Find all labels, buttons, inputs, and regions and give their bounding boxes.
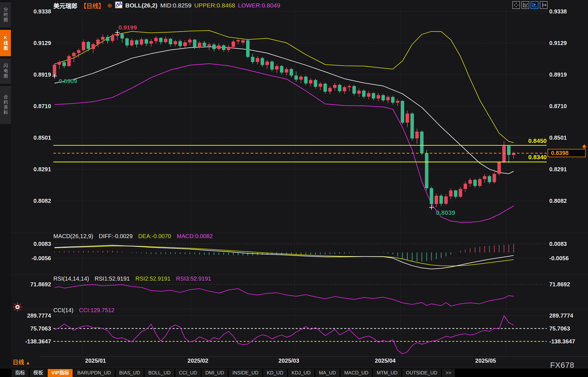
tab-macd_ud[interactable]: MACD_UD — [340, 369, 372, 377]
support-level-label: 0.8340 — [512, 154, 547, 161]
tab-模板[interactable]: 模板 — [30, 369, 47, 377]
tab-gtgt[interactable]: >> — [442, 369, 455, 377]
sidebar-item-flash-chart[interactable]: 闪电图 — [0, 59, 11, 84]
axis-tick-label: 0.0083 — [15, 240, 51, 248]
x-axis-month-label: 2025/02 — [178, 357, 218, 364]
x-axis-month-label: 2025/01 — [75, 357, 116, 364]
cci-title: CCI(14) — [53, 307, 73, 313]
rsi-title: RSI(14,14,14) — [53, 275, 89, 282]
tab-kdj_ud[interactable]: KDJ_UD — [288, 369, 314, 377]
boll-title: BOLL(26,2) — [125, 2, 157, 9]
axis-tick-label: 71.8692 — [15, 281, 51, 288]
tab-outside_ud[interactable]: OUTSIDE_UD — [402, 369, 441, 377]
axis-tick-label: 289.7774 — [549, 312, 573, 319]
tab-kd_ud[interactable]: KD_UD — [263, 369, 287, 377]
axis-tick-label: 0.8501 — [549, 134, 567, 141]
axis-tick-label: 0.8919 — [549, 71, 567, 78]
tab-barupdn_ud[interactable]: BARUPDN_UD — [73, 369, 114, 377]
axis-tick-label: 0.8082 — [549, 197, 567, 205]
x-axis-month-label: 2025/03 — [269, 357, 309, 364]
boll-lower-value: LOWER:0.8049 — [238, 2, 280, 9]
low-price-annotation: 0.8039 — [436, 209, 455, 217]
axis-tick-label: -138.3647 — [549, 338, 575, 345]
price-arrow-base-icon — [583, 147, 585, 148]
macd-diff-value: DIFF:-0.0029 — [99, 233, 133, 239]
timeframe-arrow-icon: ▲ — [26, 360, 30, 365]
axis-tick-label: 0.0083 — [549, 240, 567, 248]
axis-play-icon[interactable] — [531, 1, 538, 9]
rsi3-value: RSI3:52.9191 — [176, 275, 211, 282]
indicator-tabbar: 指标模板VIP指标BARUPDN_UDBIAS_UDBOLL_UDCCI_UDD… — [0, 368, 588, 377]
axis-tick-label: 0.9129 — [15, 39, 51, 47]
period-tag[interactable]: 【日线】 — [80, 1, 104, 10]
macd-title: MACD(26,12,9) — [53, 233, 93, 239]
x-axis-month-label: 2025/04 — [365, 357, 405, 364]
rsi-panel-header: RSI(14,14,14) RSI1:52.9191 RSI2:52.9191 … — [53, 275, 215, 282]
macd-dea-value: DEA:-0.0070 — [138, 233, 171, 239]
axis-tick-label: 0.8710 — [15, 102, 51, 110]
crosshair-move-icon[interactable] — [512, 1, 520, 9]
x-axis-month-label: 2025/05 — [466, 357, 506, 364]
chart-header: 美元瑞郎 【日线】 ⊕ BOLL(26,2) MID:0.8259 UPPER:… — [53, 1, 280, 9]
tab-inside_ud[interactable]: INSIDE_UD — [229, 369, 262, 377]
price-up-arrow-icon[interactable] — [582, 144, 587, 147]
resistance-level-label: 0.8450 — [512, 137, 547, 144]
rsi2-value: RSI2:52.9191 — [135, 275, 170, 282]
tab-ma_ud[interactable]: MA_UD — [315, 369, 340, 377]
sidebar-item-kline-chart[interactable]: K线图 — [0, 30, 11, 56]
high-price-annotation: 0.9199 — [118, 24, 137, 31]
boll-mid-value: MID:0.8259 — [160, 2, 192, 9]
axis-tick-label: -0.0056 — [15, 254, 51, 262]
cci-panel-header: CCI(14) CCI:129.7512 — [53, 307, 118, 314]
axis-tick-label: 0.9338 — [15, 8, 51, 15]
axis-shift-icon[interactable] — [540, 1, 548, 9]
timeframe-label: 日线 — [13, 359, 24, 366]
cci-value: CCI:129.7512 — [79, 307, 114, 313]
add-indicator-icon[interactable]: ⊕ — [107, 3, 112, 8]
axis-tick-label: -0.0056 — [549, 254, 569, 262]
trading-terminal: 分时图K线图闪电图合约资料 美元瑞郎 【日线】 ⊕ BOLL(26,2) MID… — [0, 0, 588, 377]
tab-bias_ud[interactable]: BIAS_UD — [116, 369, 144, 377]
axis-candle-icon[interactable] — [521, 1, 529, 9]
axis-tick-label: 75.7063 — [549, 325, 570, 332]
axis-tick-label: 0.9129 — [549, 39, 567, 47]
symbol-title: 美元瑞郎 — [53, 1, 77, 10]
chart-canvas[interactable] — [0, 0, 588, 377]
axis-tick-label: 0.8082 — [15, 197, 51, 205]
chart-thumbnail-icon[interactable] — [115, 1, 122, 10]
tab-boll_ud[interactable]: BOLL_UD — [145, 369, 174, 377]
axis-tick-label: -138.3647 — [15, 338, 51, 345]
tab-指标[interactable]: 指标 — [11, 369, 29, 377]
boll-upper-value: UPPER:0.8468 — [194, 2, 235, 9]
axis-tick-label: 75.7063 — [15, 325, 51, 332]
tab-dmi_ud[interactable]: DMI_UD — [202, 369, 228, 377]
macd-panel-header: MACD(26,12,9) DIFF:-0.0029 DEA:-0.0070 M… — [53, 233, 217, 240]
rsi1-value: RSI1:52.9191 — [95, 275, 130, 282]
tab-mtm_ud[interactable]: MTM_UD — [373, 369, 401, 377]
record-indicator-icon — [13, 302, 22, 313]
macd-hist-value: MACD:0.0082 — [177, 233, 213, 239]
axis-tick-label: 0.8501 — [15, 134, 51, 141]
watermark: FX678 — [550, 361, 575, 370]
sidebar-item-time-chart[interactable]: 分时图 — [0, 2, 11, 28]
current-price-box: 0.8398 — [548, 149, 586, 157]
timeframe-selector[interactable]: 日线 ▲ — [13, 358, 30, 366]
axis-tick-label: 0.8919 — [15, 71, 51, 78]
sidebar: 分时图K线图闪电图合约资料 — [0, 0, 11, 377]
sidebar-item-contract-info[interactable]: 合约资料 — [0, 86, 11, 124]
tab-cci_ud[interactable]: CCI_UD — [175, 369, 201, 377]
chart-toolbar — [512, 1, 548, 9]
axis-tick-label: 0.8291 — [15, 166, 51, 173]
axis-tick-label: 0.9338 — [549, 8, 567, 15]
start-low-annotation: 0.8909 — [59, 78, 77, 85]
axis-tick-label: 0.8710 — [549, 102, 567, 110]
axis-tick-label: 0.8291 — [549, 166, 567, 173]
axis-tick-label: 71.8692 — [549, 281, 570, 288]
tab-vip指标[interactable]: VIP指标 — [48, 369, 73, 377]
